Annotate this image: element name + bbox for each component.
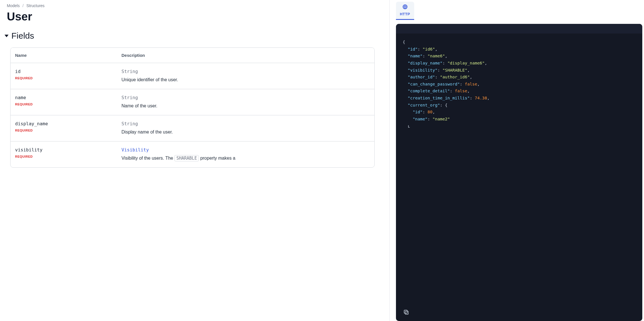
breadcrumb-link-models[interactable]: Models (7, 3, 20, 8)
globe-icon (402, 4, 408, 11)
table-header: Name Description (11, 48, 374, 63)
page-title: User (7, 10, 383, 23)
copy-button[interactable] (403, 309, 410, 316)
tab-label: HTTP (400, 12, 410, 16)
code-panel: HTTP { "id": "id6", "name": "name6", "di… (390, 0, 644, 321)
table-row: display_nameREQUIREDStringDisplay name o… (11, 115, 374, 141)
field-name: name (15, 95, 121, 100)
code-card: { "id": "id6", "name": "name6", "display… (396, 24, 642, 321)
breadcrumb-sep: / (22, 3, 24, 8)
field-type: String (121, 121, 370, 126)
caret-down-icon (5, 35, 9, 37)
tab-http[interactable]: HTTP (396, 2, 414, 20)
section-header-fields[interactable]: Fields (5, 31, 383, 41)
fields-table: Name Description idREQUIREDStringUnique … (10, 47, 375, 168)
field-description: Visibility of the users. The SHARABLE pr… (121, 155, 370, 162)
code-card-header (396, 24, 642, 34)
field-description: Display name of the user. (121, 129, 370, 136)
required-badge: REQUIRED (15, 155, 121, 158)
col-header-name: Name (15, 53, 121, 58)
table-row: visibilityREQUIREDVisibilityVisibility o… (11, 141, 374, 167)
required-badge: REQUIRED (15, 129, 121, 132)
table-row: idREQUIREDStringUnique identifier of the… (11, 63, 374, 89)
svg-rect-0 (405, 311, 408, 314)
field-type: String (121, 69, 370, 74)
breadcrumb: Models / Structures (7, 3, 383, 8)
required-badge: REQUIRED (15, 103, 121, 106)
col-header-description: Description (121, 53, 370, 58)
field-description: Unique identifier of the user. (121, 76, 370, 83)
field-type[interactable]: Visibility (121, 147, 370, 153)
section-title: Fields (11, 31, 34, 41)
table-row: nameREQUIREDStringName of the user. (11, 89, 374, 115)
copy-icon (403, 309, 409, 315)
tabs: HTTP (396, 2, 644, 20)
field-name: id (15, 69, 121, 74)
code-block: { "id": "id6", "name": "name6", "display… (396, 34, 642, 141)
field-name: visibility (15, 147, 121, 153)
svg-rect-1 (404, 310, 407, 313)
field-type: String (121, 95, 370, 100)
main-content: Models / Structures User Fields Name Des… (0, 0, 390, 321)
field-name: display_name (15, 121, 121, 126)
inline-code: SHARABLE (174, 155, 199, 161)
breadcrumb-link-structures[interactable]: Structures (26, 3, 45, 8)
field-description: Name of the user. (121, 103, 370, 109)
required-badge: REQUIRED (15, 76, 121, 80)
